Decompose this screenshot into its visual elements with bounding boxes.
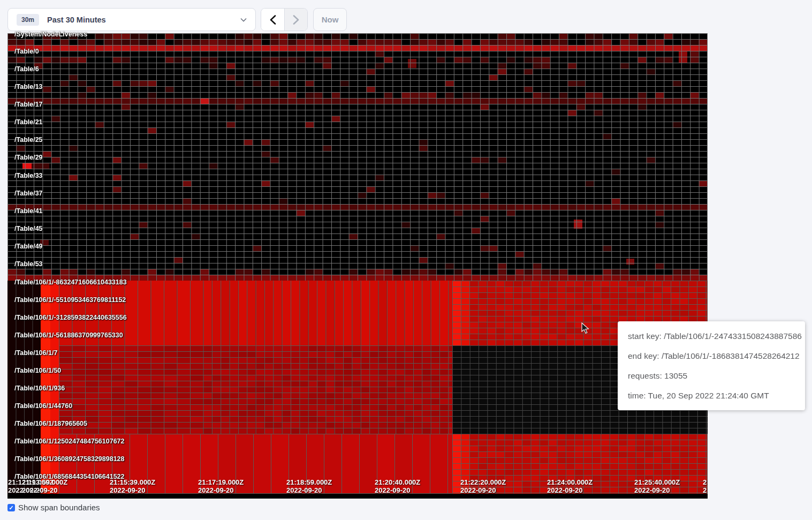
show-span-boundaries-label: Show span boundaries xyxy=(18,503,100,512)
next-time-button[interactable] xyxy=(284,9,307,31)
checkbox-checked-icon[interactable]: ✓ xyxy=(7,504,15,511)
tooltip-start-key: start key: /Table/106/1/-247433150824388… xyxy=(628,326,795,346)
show-span-boundaries-control[interactable]: ✓ Show span boundaries xyxy=(7,503,100,512)
heatmap-canvas[interactable] xyxy=(7,33,708,499)
prev-time-button[interactable] xyxy=(261,9,284,31)
tooltip-requests: requests: 13055 xyxy=(628,366,795,386)
chevron-left-icon xyxy=(270,15,276,25)
key-visualizer-chart: /System/NodeLiveness/Table/0/Table/6/Tab… xyxy=(7,33,708,499)
time-window-dropdown[interactable]: 30m Past 30 Minutes xyxy=(7,8,256,31)
toolbar: 30m Past 30 Minutes Now xyxy=(7,8,382,31)
time-nav-group xyxy=(261,8,308,31)
now-button[interactable]: Now xyxy=(313,8,347,31)
chevron-right-icon xyxy=(293,15,299,25)
time-window-label: Past 30 Minutes xyxy=(47,16,106,24)
tooltip-end-key: end key: /Table/106/1/-18683814745282642… xyxy=(628,346,795,366)
hover-tooltip: start key: /Table/106/1/-247433150824388… xyxy=(618,321,805,410)
time-window-badge: 30m xyxy=(17,14,39,26)
chevron-down-icon xyxy=(240,18,247,22)
tooltip-time: time: Tue, 20 Sep 2022 21:24:40 GMT xyxy=(628,386,795,405)
